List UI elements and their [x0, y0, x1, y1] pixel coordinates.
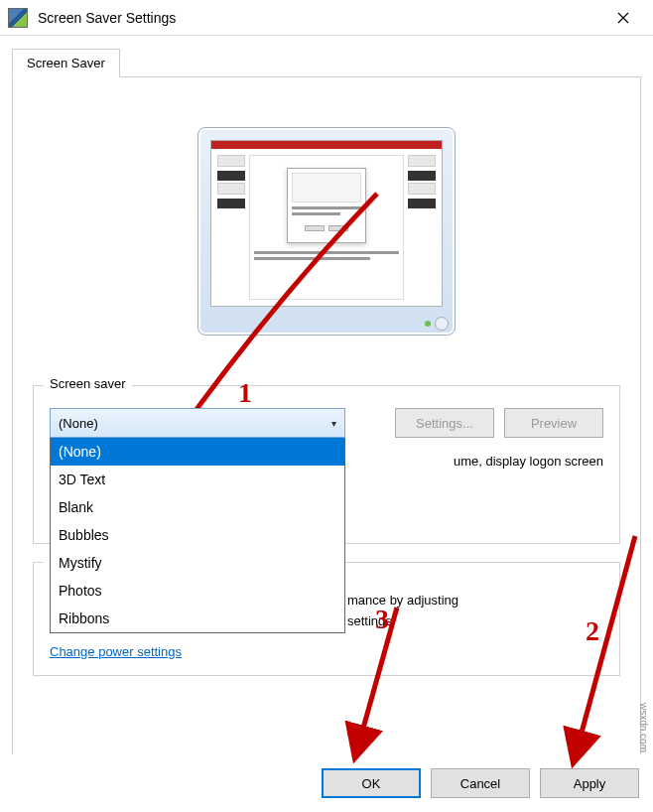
titlebar: Screen Saver Settings — [0, 0, 653, 36]
groupbox-label: Screen saver — [44, 376, 132, 391]
chevron-down-icon: ▾ — [331, 418, 336, 429]
cancel-button[interactable]: Cancel — [431, 768, 530, 798]
dropdown-selected[interactable]: (None) ▾ — [50, 408, 345, 438]
monitor-screen — [210, 140, 443, 307]
tab-screen-saver[interactable]: Screen Saver — [12, 49, 120, 77]
change-power-settings-link[interactable]: Change power settings — [50, 644, 182, 659]
close-button[interactable] — [600, 3, 645, 33]
dropdown-item-photos[interactable]: Photos — [51, 577, 344, 605]
tab-content: Screen saver Settings... Preview ume, di… — [12, 76, 641, 771]
screensaver-dropdown[interactable]: (None) ▾ (None) 3D Text Blank Bubbles My… — [50, 408, 345, 633]
dropdown-item-bubbles[interactable]: Bubbles — [51, 521, 344, 549]
preview-button[interactable]: Preview — [504, 408, 603, 438]
screensaver-groupbox: Screen saver Settings... Preview ume, di… — [33, 385, 620, 544]
dropdown-item-mystify[interactable]: Mystify — [51, 549, 344, 577]
tab-strip: Screen Saver — [0, 36, 653, 771]
dropdown-list[interactable]: (None) 3D Text Blank Bubbles Mystify Pho… — [50, 438, 345, 633]
dropdown-item-blank[interactable]: Blank — [51, 493, 344, 521]
dialog-button-bar: OK Cancel Apply — [0, 754, 653, 812]
watermark: wsxdn.com — [638, 703, 649, 752]
monitor-preview-area — [33, 97, 620, 375]
apply-button[interactable]: Apply — [540, 768, 639, 798]
dropdown-item-none[interactable]: (None) — [51, 438, 344, 466]
ok-button[interactable]: OK — [322, 768, 421, 798]
resume-text: ume, display logon screen — [454, 454, 603, 469]
monitor-frame — [197, 127, 456, 336]
dropdown-item-3dtext[interactable]: 3D Text — [51, 466, 344, 493]
screensaver-icon — [8, 8, 28, 28]
monitor-power-icon — [435, 317, 449, 331]
settings-button[interactable]: Settings... — [395, 408, 494, 438]
dropdown-item-ribbons[interactable]: Ribbons — [51, 605, 344, 632]
dropdown-selected-label: (None) — [59, 416, 98, 431]
window-title: Screen Saver Settings — [38, 10, 600, 26]
monitor-led-icon — [425, 321, 431, 327]
close-icon — [617, 12, 629, 24]
